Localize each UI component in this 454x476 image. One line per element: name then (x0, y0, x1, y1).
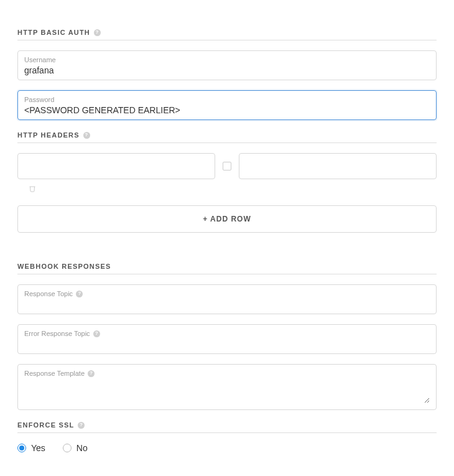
help-icon[interactable]: ? (93, 330, 100, 337)
password-input[interactable] (24, 105, 430, 115)
enforce-ssl-no[interactable]: No (63, 443, 88, 453)
response-template-wrapper[interactable]: Response Template ? (17, 364, 437, 410)
help-icon[interactable]: ? (88, 370, 95, 377)
response-template-label: Response Template ? (24, 370, 430, 377)
section-title: HTTP HEADERS (17, 131, 80, 139)
response-template-group: Response Template ? (17, 364, 437, 410)
enforce-ssl-yes[interactable]: Yes (17, 443, 45, 453)
password-wrapper[interactable]: Password (17, 90, 437, 120)
header-key-input[interactable] (17, 153, 215, 179)
radio-icon (17, 444, 26, 452)
add-row-button[interactable]: + ADD ROW (17, 205, 437, 233)
password-group: Password (17, 90, 437, 120)
enforce-ssl-radio-group: Yes No (17, 443, 437, 453)
radio-label-no: No (76, 443, 88, 453)
section-title: HTTP BASIC AUTH (17, 29, 90, 36)
help-icon[interactable]: ? (78, 422, 85, 429)
section-header-http-headers: HTTP HEADERS ? (17, 131, 437, 143)
section-title: WEBHOOK RESPONSES (17, 263, 111, 270)
header-checkbox[interactable] (223, 162, 231, 170)
response-topic-group: Response Topic ? (17, 284, 437, 314)
password-label: Password (24, 96, 430, 103)
username-wrapper[interactable]: Username (17, 50, 437, 80)
section-title: ENFORCE SSL (17, 421, 74, 429)
header-row (17, 153, 437, 179)
radio-icon (63, 444, 72, 452)
username-input[interactable] (24, 65, 430, 75)
help-icon[interactable]: ? (94, 29, 101, 36)
radio-inner-icon (19, 446, 24, 450)
help-icon[interactable]: ? (83, 132, 90, 139)
section-header-webhook-responses: WEBHOOK RESPONSES (17, 263, 437, 274)
error-response-topic-group: Error Response Topic ? (17, 324, 437, 354)
response-topic-input[interactable] (24, 299, 430, 309)
username-group: Username (17, 50, 437, 80)
error-response-topic-label: Error Response Topic ? (24, 330, 430, 337)
section-header-basic-auth: HTTP BASIC AUTH ? (17, 29, 437, 40)
username-label: Username (24, 56, 430, 63)
section-header-enforce-ssl: ENFORCE SSL ? (17, 421, 437, 433)
response-template-input[interactable] (24, 378, 430, 403)
radio-label-yes: Yes (31, 443, 45, 453)
header-value-input[interactable] (239, 153, 437, 179)
help-icon[interactable]: ? (76, 291, 83, 297)
error-response-topic-input[interactable] (24, 339, 430, 349)
response-topic-label: Response Topic ? (24, 290, 430, 297)
response-topic-wrapper[interactable]: Response Topic ? (17, 284, 437, 314)
delete-row-icon[interactable] (29, 184, 437, 194)
error-response-topic-wrapper[interactable]: Error Response Topic ? (17, 324, 437, 354)
